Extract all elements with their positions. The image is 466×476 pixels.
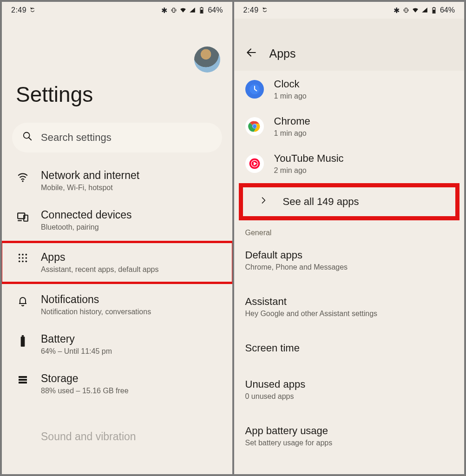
general-sub: Set battery usage for apps	[245, 439, 453, 447]
settings-item-storage[interactable]: Storage 88% used – 15.16 GB free	[2, 372, 232, 395]
app-label: YouTube Music	[274, 152, 344, 165]
vibrate-icon	[403, 7, 409, 13]
devices-icon	[16, 209, 30, 223]
general-unused-apps[interactable]: Unused apps 0 unused apps	[234, 371, 465, 408]
bluetooth-icon: ✱	[394, 7, 400, 13]
svg-rect-18	[22, 335, 24, 337]
general-label: Default apps	[245, 249, 453, 261]
settings-item-apps[interactable]: Apps Assistant, recent apps, default app…	[2, 243, 232, 282]
ytmusic-app-icon	[245, 154, 264, 173]
status-battery: 64%	[208, 6, 223, 14]
settings-item-sub: Notification history, conversations	[41, 308, 151, 316]
svg-point-16	[26, 261, 27, 263]
app-sub: 1 min ago	[274, 92, 307, 100]
settings-item-sub: Assistant, recent apps, default apps	[41, 265, 158, 274]
signal-icon	[189, 7, 196, 13]
settings-item-label: Apps	[41, 251, 158, 264]
settings-list: Network and internet Mobile, Wi-Fi, hots…	[2, 165, 232, 443]
general-label: Assistant	[245, 296, 453, 308]
signal-icon	[421, 7, 428, 13]
app-sub: 2 min ago	[274, 166, 344, 175]
page-title: Settings	[2, 73, 232, 121]
bell-icon	[16, 293, 30, 306]
settings-item-connected[interactable]: Connected devices Bluetooth, pairing	[2, 209, 232, 231]
recent-app-clock[interactable]: Clock 1 min ago	[234, 71, 465, 108]
bluetooth-icon: ✱	[161, 7, 168, 13]
section-general: General	[234, 223, 465, 240]
svg-rect-17	[21, 337, 25, 347]
settings-item-label: Connected devices	[41, 209, 132, 221]
general-sub: Hey Google and other Assistant settings	[245, 310, 453, 318]
svg-rect-24	[433, 7, 434, 8]
svg-point-15	[22, 261, 24, 263]
see-all-apps[interactable]: See all 149 apps	[241, 185, 458, 218]
settings-item-sound-cutoff[interactable]: Sound and vibration	[2, 412, 232, 443]
wifi-icon	[412, 7, 419, 13]
svg-point-5	[22, 180, 23, 182]
svg-point-13	[26, 257, 27, 259]
settings-item-battery[interactable]: Battery 64% – Until 11:45 pm	[2, 333, 232, 356]
chevron-right-icon	[254, 196, 273, 208]
storage-icon	[16, 372, 30, 385]
see-all-label: See all 149 apps	[283, 196, 359, 208]
phone-left-settings: 2:49 ✱ 64% Settings Sear	[2, 2, 232, 474]
status-bar: 2:49 ✱ 64%	[234, 2, 465, 19]
phone-right-apps: 2:49 ✱ 64% Apps	[234, 2, 465, 474]
general-label: Unused apps	[245, 378, 453, 390]
svg-rect-22	[405, 8, 407, 12]
settings-item-network[interactable]: Network and internet Mobile, Wi-Fi, hots…	[2, 169, 232, 192]
settings-item-sub: 64% – Until 11:45 pm	[41, 347, 112, 356]
general-default-apps[interactable]: Default apps Chrome, Phone and Messages	[234, 242, 465, 279]
chrome-app-icon	[245, 117, 264, 136]
search-placeholder: Search settings	[41, 132, 112, 144]
general-label: Screen time	[245, 342, 453, 354]
general-sub: 0 unused apps	[245, 392, 453, 401]
call-loop-icon	[262, 7, 268, 13]
battery-icon	[198, 7, 205, 13]
app-sub: 1 min ago	[274, 129, 310, 138]
svg-point-8	[19, 254, 20, 256]
svg-point-9	[22, 254, 24, 256]
general-app-battery[interactable]: App battery usage Set battery usage for …	[234, 417, 465, 455]
svg-point-11	[19, 257, 20, 259]
status-time: 2:49	[243, 6, 259, 14]
settings-item-label: Storage	[41, 372, 129, 385]
settings-item-sub: 88% used – 15.16 GB free	[41, 387, 129, 395]
apps-title: Apps	[269, 47, 296, 60]
svg-point-14	[19, 261, 20, 263]
settings-item-label: Network and internet	[41, 169, 139, 182]
battery-icon	[16, 333, 30, 348]
svg-rect-20	[19, 379, 27, 381]
general-label: App battery usage	[245, 425, 453, 437]
status-time: 2:49	[11, 6, 26, 14]
svg-point-12	[22, 257, 24, 259]
settings-item-label: Battery	[41, 333, 112, 345]
search-settings[interactable]: Search settings	[12, 123, 222, 152]
svg-rect-2	[201, 7, 202, 8]
recent-app-ytmusic[interactable]: YouTube Music 2 min ago	[234, 145, 465, 182]
general-screen-time[interactable]: Screen time	[234, 335, 465, 362]
svg-rect-0	[173, 8, 175, 12]
status-bar: 2:49 ✱ 64%	[2, 2, 232, 19]
general-assistant[interactable]: Assistant Hey Google and other Assistant…	[234, 288, 465, 325]
battery-icon	[431, 7, 437, 13]
status-battery: 64%	[440, 6, 455, 14]
clock-app-icon	[245, 80, 264, 99]
svg-rect-21	[19, 382, 27, 383]
wifi-icon	[16, 169, 30, 183]
svg-point-29	[253, 125, 256, 128]
settings-item-sub: Mobile, Wi-Fi, hotspot	[41, 184, 139, 192]
settings-item-label: Notifications	[41, 293, 151, 306]
apps-header: Apps	[234, 19, 465, 71]
svg-rect-19	[19, 376, 27, 378]
settings-item-notifications[interactable]: Notifications Notification history, conv…	[2, 293, 232, 316]
back-button[interactable]	[245, 46, 257, 60]
apps-grid-icon	[16, 251, 30, 263]
svg-point-10	[26, 254, 27, 256]
general-sub: Chrome, Phone and Messages	[245, 263, 453, 271]
svg-rect-3	[201, 10, 203, 13]
vibrate-icon	[171, 7, 177, 13]
recent-app-chrome[interactable]: Chrome 1 min ago	[234, 108, 465, 145]
search-icon	[22, 131, 33, 144]
profile-avatar[interactable]	[194, 46, 220, 73]
